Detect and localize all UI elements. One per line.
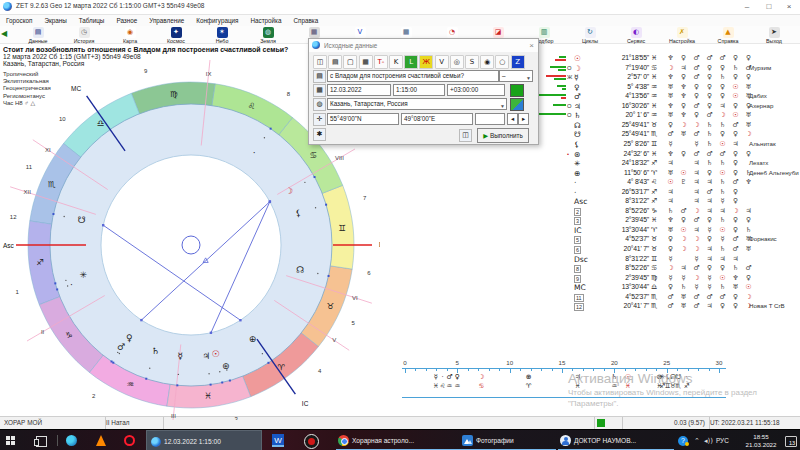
opera-icon[interactable] [124, 435, 135, 446]
zodiac-sign-glyph: ♏ [651, 130, 657, 138]
dialog-tool-icon-0[interactable]: ◫ [313, 55, 327, 69]
map-button[interactable] [510, 98, 524, 111]
toolbar-button-4[interactable]: ✶Небо [200, 26, 244, 43]
menu-item-6[interactable]: Настройка [244, 17, 287, 24]
svg-text:VIII: VIII [335, 155, 344, 161]
toolbar-button-13[interactable]: ◐Сервис [614, 26, 658, 43]
dignity-mark: • [567, 151, 574, 157]
photos-taskbar-button[interactable]: Фотографии [458, 430, 558, 450]
chrome-taskbar-button[interactable]: Хорарная астроло... [334, 430, 464, 450]
dialog-tool-icon-12[interactable]: ○ [495, 55, 509, 69]
toolbar-button-12[interactable]: ↻Циклы [568, 26, 612, 43]
longitude-input[interactable]: 49°08'00"E [401, 113, 473, 125]
doctor-taskbar-button[interactable]: ДОКТОР НАУМОВ... [556, 430, 676, 450]
menu-item-3[interactable]: Разное [110, 17, 143, 24]
текст-icon: V [355, 27, 366, 38]
timezone-input[interactable]: +03:00:00 [447, 84, 505, 96]
event-name-input[interactable]: с Владом для построения счастливой семьи… [327, 70, 499, 82]
dialog-tool-icon-6[interactable]: L [404, 55, 418, 69]
table-row-24: MC13°30'44"♎♀♄☿☿♄♅☉ [543, 283, 800, 293]
fixed-star-name: Денеб Альгенуби [749, 169, 799, 176]
chart-info-block: Стоит ли возобновлять отношения с Владом… [3, 46, 288, 107]
latitude-input[interactable]: 55°49'00"N [327, 113, 399, 125]
windows-taskbar: 12.03.2022 1:15:00 W Хорарная астроло...… [0, 429, 800, 450]
svg-text:⚸: ⚸ [295, 208, 302, 218]
point-longitude: 2°57' 0" [583, 73, 649, 80]
toolbar-button-5[interactable]: ◍Земля [246, 26, 290, 43]
vlc-icon[interactable] [96, 435, 106, 446]
dialog-tool-icon-7[interactable]: Ж [419, 55, 433, 69]
copy-icon[interactable]: ◫ [459, 129, 472, 142]
toolbar-button-15[interactable]: ▲Справка [706, 26, 750, 43]
dialog-tool-icon-4[interactable]: Т- [374, 55, 388, 69]
execute-button[interactable]: ▶ Выполнить [477, 128, 529, 143]
task-view-button[interactable] [36, 436, 47, 447]
dialog-tool-icon-2[interactable]: ▢ [343, 55, 357, 69]
dialog-tool-icon-8[interactable]: V [435, 55, 449, 69]
dialog-tool-icon-3[interactable]: ▦ [359, 55, 373, 69]
dialog-icon [312, 41, 320, 49]
minimize-button[interactable]: – [738, 1, 756, 12]
point-glyph: 2 [574, 208, 581, 216]
back-arrow-button[interactable]: ◀ [1, 29, 7, 38]
toolbar-button-3[interactable]: ✦Космос [154, 26, 198, 43]
point-longitude: 4°13'56" [583, 92, 649, 99]
dialog-tool-icon-1[interactable]: ▤ [328, 55, 342, 69]
maximize-button[interactable]: □ [760, 1, 778, 12]
dispositors: ♆♀♂♀♄♀♀ [664, 216, 756, 224]
taskbar-clock[interactable]: 18:55 21.03.2022 [740, 433, 782, 448]
dialog-tool-icon-10[interactable]: Ѕ [465, 55, 479, 69]
dialog-title-bar[interactable]: Исходные данные × [309, 39, 538, 52]
fixed-star-name: Мурзим [749, 64, 771, 71]
close-button[interactable]: × [780, 1, 798, 12]
svg-text:✳: ✳ [79, 270, 87, 280]
spin-right-button[interactable]: ▸ [518, 113, 529, 125]
start-button[interactable] [6, 436, 15, 445]
dialog-tool-icon-9[interactable]: ◎ [450, 55, 464, 69]
now-button[interactable] [510, 84, 524, 97]
dialog-tool-icon-13[interactable]: Z [511, 55, 525, 69]
toolbar-button-2[interactable]: ◉Карта [108, 26, 152, 43]
word-icon[interactable]: W [272, 434, 284, 447]
menu-item-2[interactable]: Таблицы [73, 17, 111, 24]
menu-item-1[interactable]: Экраны [38, 17, 72, 24]
language-indicator[interactable]: РУС [716, 437, 729, 444]
event-combo[interactable]: –▼ [499, 70, 533, 82]
chart-setting-0: Тропический [3, 71, 288, 78]
dialog-close-icon[interactable]: × [529, 41, 534, 50]
zodiac-sign-glyph: ♈ [651, 226, 657, 234]
dialog-tool-icon-11[interactable]: ◉ [480, 55, 494, 69]
table-row-2: Ж☿2°57' 0"♓♆♀♂♀♄♀♀ [543, 73, 800, 83]
point-longitude: 13°30'44" [583, 226, 649, 233]
event-list-icon[interactable]: ▤ [313, 70, 326, 83]
place-combo[interactable]: Казань, Татарстан, Россия▼ [327, 98, 507, 110]
globe-icon[interactable]: ◍ [313, 98, 326, 111]
dispositors: ♂♅♂♄♀♀☽ [664, 130, 756, 138]
dignity-mark: O [567, 112, 574, 118]
menu-item-5[interactable]: Конфигурация [190, 17, 244, 24]
record-icon[interactable] [304, 434, 319, 449]
toolbar-button-1[interactable]: ◷История [62, 26, 106, 43]
toolbar-button-16[interactable]: ➤Выход [752, 26, 796, 43]
toolbar-button-0[interactable]: ▤Данные [16, 26, 60, 43]
toolbar-button-14[interactable]: ✗Настройка [660, 26, 704, 43]
menu-item-4[interactable]: Управление [143, 17, 190, 24]
dialog-tool-icon-5[interactable]: K [389, 55, 403, 69]
time-input[interactable]: 1:15:00 [393, 84, 445, 96]
tray-chevron-icon[interactable]: ⌃ [694, 437, 700, 445]
dispositors: ♅♆♀♂☽☉♅ [664, 111, 756, 119]
dispositors: ♃♃♂♄♀ [664, 188, 756, 196]
altitude-input[interactable] [475, 113, 505, 125]
menu-item-7[interactable]: Справка [287, 17, 324, 24]
edge-browser-icon[interactable] [66, 435, 77, 446]
dignity-bars [543, 66, 566, 71]
table-row-22: 88°52'26"♋☽♃♂♀♀♄♂ [543, 264, 800, 274]
spin-left-button[interactable]: ◂ [507, 113, 518, 125]
date-input[interactable]: 12.03.2022 [327, 84, 391, 96]
volume-icon[interactable]: ◂)) [704, 437, 713, 445]
zet-taskbar-button[interactable]: 12.03.2022 1:15:00 [146, 430, 262, 450]
calendar-icon[interactable]: ▦ [313, 84, 326, 97]
options-icon[interactable]: ✱ [313, 128, 326, 141]
coords-icon[interactable]: ✛ [313, 113, 326, 126]
menu-item-0[interactable]: Гороскоп [0, 17, 38, 24]
